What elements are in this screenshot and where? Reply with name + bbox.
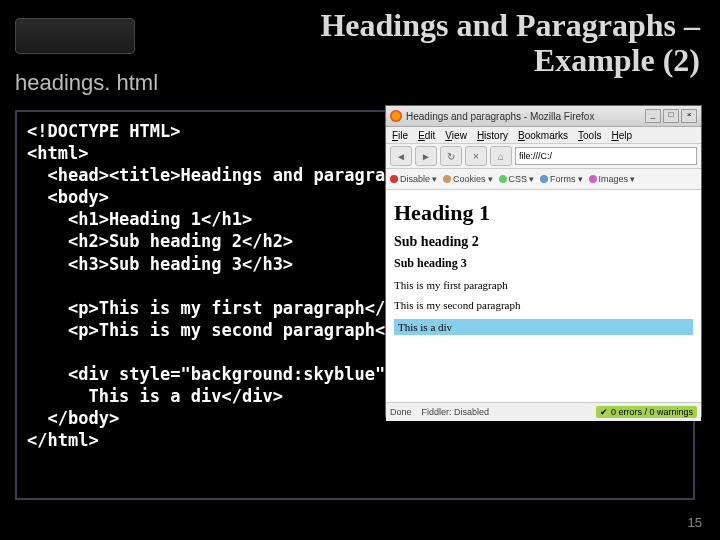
- menu-tools[interactable]: Tools: [578, 130, 601, 141]
- url-text: file:///C:/: [519, 151, 552, 161]
- menu-help[interactable]: Help: [611, 130, 632, 141]
- tool-images[interactable]: Images▾: [589, 174, 636, 184]
- firefox-icon: [390, 110, 402, 122]
- status-fiddler: Fiddler: Disabled: [422, 407, 490, 417]
- status-errors-text: 0 errors / 0 warnings: [611, 407, 693, 417]
- menu-bookmarks[interactable]: Bookmarks: [518, 130, 568, 141]
- tool-cookies[interactable]: Cookies▾: [443, 174, 493, 184]
- status-left: Done Fiddler: Disabled: [390, 407, 489, 417]
- code-line: </html>: [27, 430, 99, 450]
- window-title: Headings and paragraphs - Mozilla Firefo…: [406, 111, 645, 122]
- filename-label: headings. html: [15, 70, 158, 96]
- menu-view[interactable]: View: [445, 130, 467, 141]
- slide-title-line1: Headings and Paragraphs –: [320, 7, 700, 43]
- tool-css[interactable]: CSS▾: [499, 174, 535, 184]
- cookies-icon: [443, 175, 451, 183]
- tool-label: Cookies: [453, 174, 486, 184]
- disable-icon: [390, 175, 398, 183]
- status-done: Done: [390, 407, 412, 417]
- tool-label: Forms: [550, 174, 576, 184]
- slide-title-line2: Example (2): [534, 42, 700, 78]
- page-number: 15: [688, 515, 702, 530]
- menu-edit[interactable]: Edit: [418, 130, 435, 141]
- rendered-p2: This is my second paragraph: [394, 299, 693, 311]
- tool-label: CSS: [509, 174, 528, 184]
- reload-button[interactable]: ↻: [440, 146, 462, 166]
- forward-button[interactable]: ►: [415, 146, 437, 166]
- code-line: This is a div</div>: [27, 386, 283, 406]
- rendered-p1: This is my first paragraph: [394, 279, 693, 291]
- tool-forms[interactable]: Forms▾: [540, 174, 583, 184]
- rendered-h3: Sub heading 3: [394, 256, 693, 271]
- code-line: <body>: [27, 187, 109, 207]
- tool-label: Disable: [400, 174, 430, 184]
- menubar: File Edit View History Bookmarks Tools H…: [386, 127, 701, 144]
- rendered-div: This is a div: [394, 319, 693, 335]
- rendered-h1: Heading 1: [394, 200, 693, 226]
- close-button[interactable]: ×: [681, 109, 697, 123]
- status-errors[interactable]: ✔ 0 errors / 0 warnings: [596, 406, 697, 418]
- code-line: <div style="background:skyblue">: [27, 364, 395, 384]
- code-line: <p>This is my first paragraph</p>: [27, 298, 406, 318]
- minimize-button[interactable]: _: [645, 109, 661, 123]
- browser-content: Heading 1 Sub heading 2 Sub heading 3 Th…: [386, 190, 701, 402]
- dev-toolbar: Disable▾ Cookies▾ CSS▾ Forms▾ Images▾: [386, 169, 701, 190]
- tool-label: Images: [599, 174, 629, 184]
- stop-button[interactable]: ×: [465, 146, 487, 166]
- code-line: <h2>Sub heading 2</h2>: [27, 231, 293, 251]
- titlebar: Headings and paragraphs - Mozilla Firefo…: [386, 106, 701, 127]
- home-button[interactable]: ⌂: [490, 146, 512, 166]
- logo-placeholder: [15, 18, 135, 54]
- slide-title: Headings and Paragraphs – Example (2): [230, 8, 700, 78]
- back-button[interactable]: ◄: [390, 146, 412, 166]
- statusbar: Done Fiddler: Disabled ✔ 0 errors / 0 wa…: [386, 402, 701, 421]
- maximize-button[interactable]: □: [663, 109, 679, 123]
- menu-history[interactable]: History: [477, 130, 508, 141]
- code-line: </body>: [27, 408, 119, 428]
- rendered-h2: Sub heading 2: [394, 234, 693, 250]
- code-line: <!DOCTYPE HTML>: [27, 121, 181, 141]
- nav-toolbar: ◄ ► ↻ × ⌂ file:///C:/: [386, 144, 701, 169]
- code-line: <p>This is my second paragraph</p>: [27, 320, 416, 340]
- url-bar[interactable]: file:///C:/: [515, 147, 697, 165]
- css-icon: [499, 175, 507, 183]
- menu-file[interactable]: File: [392, 130, 408, 141]
- browser-window: Headings and paragraphs - Mozilla Firefo…: [385, 105, 702, 417]
- code-line: <h3>Sub heading 3</h3>: [27, 254, 293, 274]
- forms-icon: [540, 175, 548, 183]
- code-line: <h1>Heading 1</h1>: [27, 209, 252, 229]
- tool-disable[interactable]: Disable▾: [390, 174, 437, 184]
- code-line: <html>: [27, 143, 88, 163]
- images-icon: [589, 175, 597, 183]
